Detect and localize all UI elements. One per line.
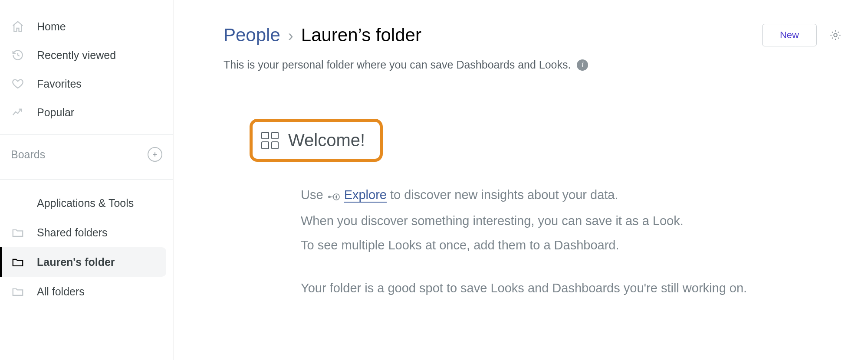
svg-point-0 [834, 33, 837, 36]
subtitle-text: This is your personal folder where you c… [224, 59, 571, 71]
welcome-line1-pre: Use [301, 188, 327, 202]
home-icon [11, 20, 25, 33]
app-root: Home Recently viewed Favorites Popular B… [0, 0, 868, 360]
heart-icon [11, 77, 25, 91]
sidebar-item-label: Home [37, 20, 66, 33]
sidebar-item-applications-tools[interactable]: Applications & Tools [0, 188, 173, 218]
sidebar-item-shared-folders[interactable]: Shared folders [0, 218, 173, 247]
sidebar-item-recently-viewed[interactable]: Recently viewed [0, 41, 173, 69]
compass-icon [328, 184, 341, 209]
breadcrumb-root[interactable]: People [224, 25, 280, 46]
sidebar: Home Recently viewed Favorites Popular B… [0, 0, 174, 360]
header-row: People › Lauren’s folder New [224, 24, 842, 46]
welcome-line-2: When you discover something interesting,… [301, 209, 816, 233]
sidebar-item-popular[interactable]: Popular [0, 98, 173, 127]
welcome-body: Use Explore to discover new insights abo… [301, 183, 816, 300]
sidebar-item-label: All folders [37, 285, 85, 298]
header-actions: New [762, 24, 842, 46]
welcome-panel: Welcome! Use Explore to discover new ins… [224, 106, 842, 326]
sidebar-item-laurens-folder[interactable]: Lauren's folder [0, 247, 166, 277]
welcome-title: Welcome! [288, 131, 365, 150]
dashboard-icon [261, 132, 279, 149]
welcome-highlight: Welcome! [250, 119, 383, 162]
sidebar-item-home[interactable]: Home [0, 12, 173, 41]
page-title: Lauren’s folder [301, 25, 421, 46]
sidebar-item-label: Popular [37, 106, 74, 119]
sidebar-item-label: Recently viewed [37, 49, 116, 62]
welcome-line-1: Use Explore to discover new insights abo… [301, 183, 816, 209]
sidebar-item-label: Shared folders [37, 226, 108, 239]
explore-link[interactable]: Explore [344, 188, 387, 202]
sidebar-item-all-folders[interactable]: All folders [0, 277, 173, 306]
settings-button[interactable] [829, 29, 842, 42]
chevron-right-icon: › [288, 27, 293, 45]
subtitle-row: This is your personal folder where you c… [224, 59, 842, 71]
sidebar-item-label: Lauren's folder [37, 256, 115, 268]
sidebar-item-label: Favorites [37, 78, 82, 90]
welcome-line1-post: to discover new insights about your data… [387, 188, 618, 202]
new-button[interactable]: New [762, 24, 817, 46]
folder-icon [11, 255, 25, 269]
folder-icon [11, 226, 25, 239]
history-icon [11, 48, 25, 62]
main-content: People › Lauren’s folder New This is you… [174, 0, 868, 360]
boards-label: Boards [11, 148, 45, 161]
gear-icon [829, 29, 842, 41]
sidebar-item-favorites[interactable]: Favorites [0, 69, 173, 98]
apps-icon [11, 196, 25, 210]
breadcrumb: People › Lauren’s folder [224, 25, 421, 46]
welcome-line-4: Your folder is a good spot to save Looks… [301, 276, 816, 301]
info-icon[interactable]: i [577, 59, 588, 71]
trend-icon [11, 105, 25, 119]
folder-icon [11, 285, 25, 298]
welcome-line-3: To see multiple Looks at once, add them … [301, 233, 816, 258]
boards-header: Boards [0, 135, 173, 171]
add-board-button[interactable] [148, 147, 162, 162]
sidebar-item-label: Applications & Tools [37, 197, 134, 209]
